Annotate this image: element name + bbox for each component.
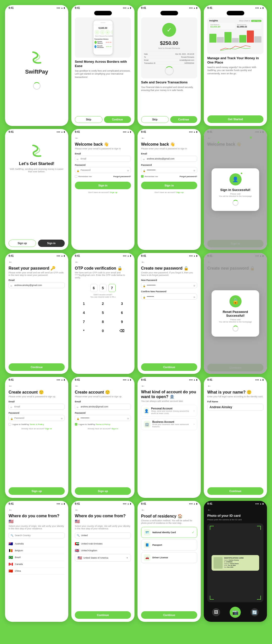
signup-button[interactable]: Sign up <box>75 487 131 495</box>
eye-icon[interactable]: 👁 <box>127 417 129 420</box>
email-input[interactable] <box>75 404 131 410</box>
country-brazil[interactable]: 🇧🇷Brazil <box>9 554 65 561</box>
password-input[interactable] <box>141 167 197 173</box>
country-australia[interactable]: 🇦🇺Australia <box>9 540 65 547</box>
terms-checkbox[interactable] <box>9 423 11 426</box>
numpad-6[interactable]: 6 <box>113 309 131 317</box>
continue-button[interactable]: Continue <box>75 611 131 619</box>
numpad-3[interactable]: 3 <box>113 300 131 308</box>
signup-button[interactable]: Sign up <box>9 240 36 247</box>
flip-button[interactable]: 🔄 <box>251 608 259 616</box>
new-pw-input[interactable] <box>141 282 197 288</box>
back-arrow[interactable]: ← <box>141 508 197 512</box>
forgot-link[interactable]: Forgot password? <box>113 175 131 178</box>
email-input[interactable] <box>9 282 65 288</box>
signin-button[interactable]: Sign in <box>141 182 197 189</box>
continue-button[interactable]: Continue <box>9 363 65 371</box>
capture-button[interactable]: 📷 <box>230 607 241 618</box>
proof-passport[interactable]: 📘 Passport <box>141 539 197 551</box>
success-modal: 👤 Sign in Successful! Please waitYou wil… <box>212 168 259 211</box>
personal-account-card[interactable]: 👤 Personal Account Shop, send and receiv… <box>141 405 197 417</box>
back-arrow[interactable]: ← <box>75 136 131 140</box>
password-input[interactable] <box>75 167 131 173</box>
country-china[interactable]: 🇨🇳China <box>9 568 65 574</box>
back-arrow[interactable]: ← <box>141 260 197 264</box>
continue-button[interactable]: Continue <box>170 116 197 123</box>
back-arrow[interactable]: ← <box>9 384 65 388</box>
onboard-subtitle: Your financial data is encrypted and sto… <box>141 86 197 92</box>
back-arrow[interactable]: ← <box>75 508 131 512</box>
email-input[interactable] <box>75 156 131 162</box>
eye-icon[interactable]: 👁 <box>193 285 195 287</box>
numpad-8[interactable]: 8 <box>94 318 112 326</box>
otp-digit-1[interactable]: 6 <box>90 284 97 292</box>
signup-link[interactable]: Sign up <box>110 191 117 194</box>
get-started-button[interactable]: Get Started <box>207 115 263 123</box>
back-arrow[interactable]: ← <box>207 508 263 512</box>
eye-icon[interactable]: 👁 <box>127 170 129 172</box>
numpad-1[interactable]: 1 <box>75 300 93 308</box>
terms-link[interactable]: Terms & Policy <box>96 423 110 426</box>
numpad-star[interactable]: * <box>75 327 93 335</box>
otp-digit-2[interactable]: 5 <box>99 284 107 292</box>
country-belgium[interactable]: 🇧🇪Belgium <box>9 547 65 554</box>
numpad-0[interactable]: 0 <box>94 327 112 335</box>
back-arrow[interactable]: ← <box>141 136 197 140</box>
business-account-card[interactable]: 🏢 Business Account Grow your business wi… <box>141 418 197 430</box>
terms-link[interactable]: Terms & Policy <box>29 423 44 426</box>
gallery-button[interactable]: 🖼 <box>212 608 220 616</box>
continue-button[interactable]: Continue <box>141 611 197 619</box>
skip-button[interactable]: Skip <box>75 116 103 123</box>
signin-link[interactable]: Sign in <box>112 428 118 430</box>
otp-digit-3[interactable]: 7 <box>109 284 116 292</box>
numpad-7[interactable]: 7 <box>75 318 93 326</box>
email-input[interactable] <box>9 404 65 410</box>
create-pw-title: Create new password 🔒 <box>141 266 197 271</box>
eye-icon[interactable]: 👁 <box>193 296 195 299</box>
numpad-2[interactable]: 2 <box>94 300 112 308</box>
remember-checkbox[interactable] <box>75 175 77 178</box>
eye-icon[interactable]: 👁 <box>61 417 63 420</box>
password-input[interactable] <box>75 415 131 421</box>
confirm-pw-input[interactable] <box>141 294 197 300</box>
email-input[interactable] <box>141 156 197 162</box>
search-input[interactable] <box>9 532 65 538</box>
continue-button[interactable]: Continue <box>104 116 131 123</box>
terms-checkbox[interactable]: ✓ <box>75 423 77 426</box>
continue-button[interactable]: Continue <box>141 363 197 371</box>
reset-pw-content: ← Reset your password 🔑 Please enter you… <box>5 258 68 374</box>
signup-button[interactable]: Sign up <box>9 487 65 495</box>
numpad-5[interactable]: 5 <box>94 309 112 317</box>
signin-link[interactable]: Sign in <box>45 428 52 430</box>
continue-button[interactable]: Continue <box>207 487 263 495</box>
country-uk[interactable]: 🇬🇧United Kingdom <box>75 547 131 554</box>
back-arrow[interactable]: ← <box>141 384 197 388</box>
full-name-input[interactable] <box>207 404 263 411</box>
back-arrow[interactable]: ← <box>75 384 131 388</box>
driver-license-icon: 🚗 <box>144 554 150 561</box>
back-arrow[interactable]: ← <box>207 384 263 388</box>
eye-icon[interactable]: 👁 <box>193 170 195 172</box>
logo-container <box>30 50 43 64</box>
email-label: Email <box>75 400 131 403</box>
search-input[interactable] <box>75 532 131 538</box>
numpad-backspace[interactable]: ⌫ <box>113 327 131 335</box>
country-uae[interactable]: 🇦🇪United Arab Emirates <box>75 540 131 547</box>
country-canada[interactable]: 🇨🇦Canada <box>9 561 65 568</box>
skip-button[interactable]: Skip <box>141 116 169 123</box>
back-arrow[interactable]: ← <box>75 260 131 264</box>
proof-national-id[interactable]: 🪪 National Identity Card ✓ <box>141 527 197 538</box>
numpad-9[interactable]: 9 <box>113 318 131 326</box>
back-arrow[interactable]: ← <box>9 260 65 264</box>
signin-button[interactable]: Sign in <box>38 240 65 247</box>
signup-link[interactable]: Sign up <box>176 191 184 194</box>
terms-row: I agree to SwiftPay Terms & Policy <box>9 423 65 426</box>
remember-checkbox[interactable]: ✓ <box>141 175 144 178</box>
back-arrow[interactable]: ← <box>9 508 65 512</box>
numpad-4[interactable]: 4 <box>75 309 93 317</box>
signin-button[interactable]: Sign in <box>75 182 131 189</box>
password-input[interactable] <box>9 415 65 421</box>
forgot-link[interactable]: Forgot password? <box>180 175 197 178</box>
country-usa-selected[interactable]: 🇺🇸United States of America ▼ <box>75 554 131 562</box>
proof-driver-license[interactable]: 🚗 Driver License <box>141 552 197 563</box>
